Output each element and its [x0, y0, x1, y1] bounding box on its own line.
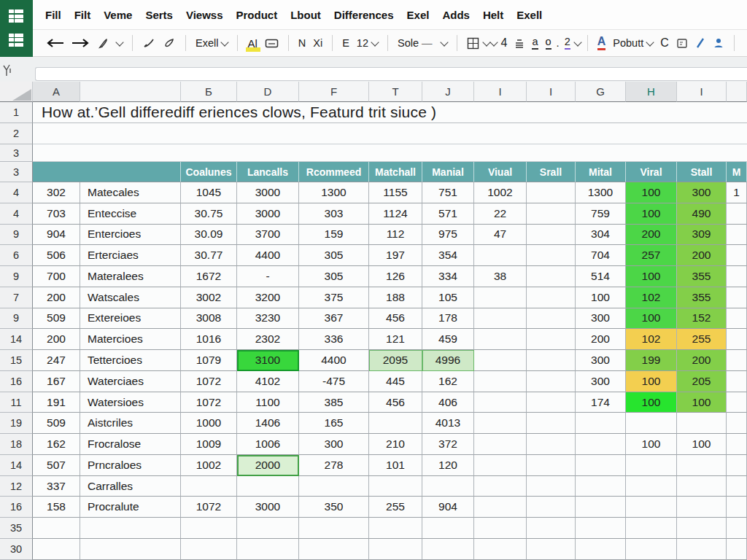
cell[interactable]: 309: [677, 225, 727, 246]
cell[interactable]: [677, 518, 727, 539]
cell[interactable]: 375: [299, 287, 369, 308]
cell[interactable]: [527, 350, 576, 371]
cell[interactable]: 100: [677, 434, 727, 455]
teal-header[interactable]: Rcommeed: [299, 162, 369, 182]
teal-header[interactable]: Viral: [626, 162, 677, 182]
brush-icon[interactable]: [97, 37, 109, 50]
cell[interactable]: [626, 518, 677, 539]
cell[interactable]: [727, 266, 747, 287]
cell[interactable]: 100: [626, 182, 677, 203]
cell[interactable]: [80, 518, 181, 539]
cell[interactable]: 703: [33, 203, 80, 225]
cell[interactable]: [369, 518, 422, 539]
column-header[interactable]: [80, 82, 181, 102]
menu-item-viewss[interactable]: Viewss: [186, 9, 223, 21]
cell[interactable]: [527, 539, 576, 560]
cell[interactable]: 191: [33, 392, 80, 413]
cell[interactable]: 1100: [237, 392, 299, 413]
cell[interactable]: [727, 350, 747, 371]
cell[interactable]: 704: [576, 245, 626, 266]
cell[interactable]: [677, 476, 727, 497]
cell[interactable]: 188: [369, 287, 422, 308]
n-button[interactable]: N: [298, 37, 306, 49]
cell[interactable]: 100: [626, 434, 677, 455]
column-header[interactable]: J: [422, 82, 474, 102]
menu-item-product[interactable]: Product: [236, 9, 278, 21]
cell[interactable]: [727, 392, 747, 413]
cell[interactable]: [527, 413, 576, 434]
row-header[interactable]: 4: [0, 182, 33, 203]
cell[interactable]: [474, 455, 527, 476]
cell[interactable]: 350: [299, 497, 369, 518]
cell[interactable]: [299, 518, 369, 539]
row-header[interactable]: 15: [0, 350, 33, 371]
cell[interactable]: Matercioes: [80, 329, 181, 350]
cell[interactable]: 337: [33, 476, 80, 497]
cell[interactable]: 1000: [181, 413, 237, 434]
chevron-down-icon[interactable]: [575, 39, 581, 47]
chevron-down-icon[interactable]: [117, 39, 123, 47]
cell[interactable]: Frocralose: [80, 434, 181, 455]
cell[interactable]: 3002: [181, 287, 237, 308]
row-header[interactable]: 7: [0, 287, 33, 308]
cell[interactable]: 200: [33, 329, 80, 350]
cell[interactable]: [527, 308, 576, 330]
cell[interactable]: 759: [576, 203, 626, 225]
cell[interactable]: [727, 287, 747, 308]
cell[interactable]: [677, 539, 727, 560]
cell[interactable]: [369, 539, 422, 560]
cell[interactable]: [369, 413, 422, 434]
cell[interactable]: 1002: [474, 182, 527, 203]
cell[interactable]: [474, 434, 527, 455]
underline-a-button[interactable]: a: [532, 36, 538, 50]
card-icon[interactable]: [265, 38, 279, 49]
column-header[interactable]: G: [576, 82, 626, 102]
cell[interactable]: [527, 182, 576, 203]
row-header[interactable]: 9: [0, 266, 33, 287]
cell[interactable]: Entercioes: [80, 225, 181, 246]
cell[interactable]: Aistcriles: [80, 413, 181, 434]
row-header[interactable]: 9: [0, 308, 33, 330]
cell[interactable]: 4996: [422, 350, 474, 371]
cell[interactable]: [576, 455, 626, 476]
cell[interactable]: Matecales: [80, 182, 181, 203]
lasso-icon[interactable]: [163, 37, 176, 49]
cell[interactable]: 904: [422, 497, 474, 518]
menu-item-differences[interactable]: Differences: [334, 9, 394, 21]
cell[interactable]: 2000: [237, 455, 299, 476]
cell[interactable]: [474, 287, 527, 308]
formula-bar[interactable]: [35, 67, 747, 81]
cell[interactable]: [369, 476, 422, 497]
forward-arrow-icon[interactable]: [71, 38, 90, 48]
cell[interactable]: [33, 539, 80, 560]
cell[interactable]: [527, 225, 576, 246]
teal-header[interactable]: Manial: [422, 162, 474, 182]
cell[interactable]: Watscales: [80, 287, 181, 308]
highlight-color-button[interactable]: Al: [247, 37, 257, 50]
cell[interactable]: 247: [33, 350, 80, 371]
cell[interactable]: 102: [626, 287, 677, 308]
cell[interactable]: 700: [33, 266, 80, 287]
cell[interactable]: 334: [422, 266, 474, 287]
cell[interactable]: [299, 476, 369, 497]
teal-header[interactable]: Matchall: [369, 162, 422, 182]
cell[interactable]: Extereioes: [80, 308, 181, 330]
cell[interactable]: Erterciaes: [80, 245, 181, 266]
cell[interactable]: 197: [369, 245, 422, 266]
cell[interactable]: Waterciaes: [80, 371, 181, 392]
cell[interactable]: 4102: [237, 371, 299, 392]
cell[interactable]: 178: [422, 308, 474, 330]
teal-header[interactable]: M: [727, 162, 747, 182]
c-button[interactable]: C: [660, 36, 669, 50]
row-header[interactable]: 3: [0, 162, 33, 182]
row-header[interactable]: 30: [0, 539, 33, 560]
cell[interactable]: 30.77: [181, 245, 237, 266]
column-header[interactable]: Б: [181, 82, 237, 102]
teal-header[interactable]: Coalunes: [181, 162, 237, 182]
cell[interactable]: [527, 203, 576, 225]
menu-item-lbout[interactable]: Lbout: [290, 9, 321, 21]
cell[interactable]: 105: [422, 287, 474, 308]
cell[interactable]: [727, 413, 747, 434]
cell[interactable]: [527, 245, 576, 266]
menu-item-fill[interactable]: Fill: [45, 9, 61, 21]
